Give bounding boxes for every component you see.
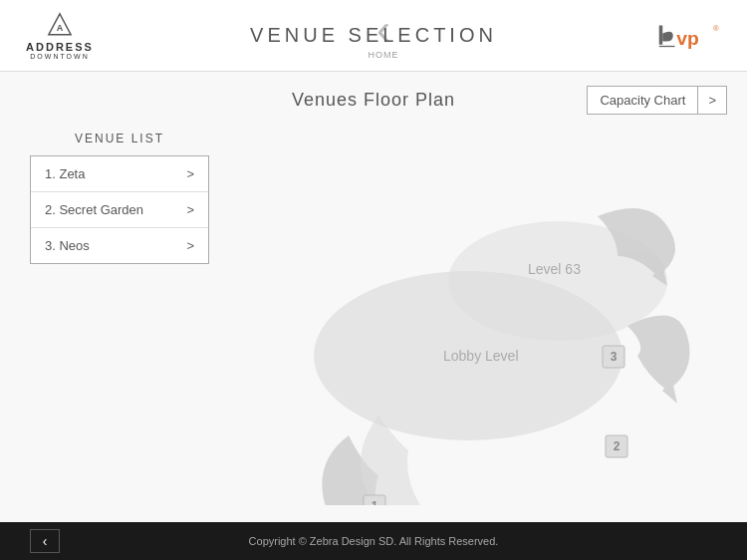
capacity-chart-arrow-icon: > — [698, 87, 726, 114]
footer-back-icon: ‹ — [43, 533, 48, 549]
svg-text:vp: vp — [676, 27, 698, 48]
page-title: VENUE SELECTION — [250, 24, 497, 47]
venue-item-label: 1. Zeta — [45, 166, 85, 181]
venue-item-arrow-icon: > — [186, 202, 194, 217]
capacity-chart-label: Capacity Chart — [588, 87, 698, 114]
logo-address: ADDRESS — [26, 41, 94, 53]
svg-text:A: A — [57, 23, 64, 33]
venue-item-label: 3. Neos — [45, 238, 90, 253]
back-label: HOME — [369, 50, 399, 60]
floor-plan-diagram: Lobby Level Level 63 — [249, 127, 717, 505]
svg-text:Level 63: Level 63 — [528, 261, 581, 277]
header: A ADDRESS DOWNTOWN ‹ HOME VENUE SELECTIO… — [0, 0, 747, 72]
venue-list-title: VENUE LIST — [30, 132, 209, 145]
capacity-chart-button[interactable]: Capacity Chart > — [587, 86, 727, 115]
svg-text:1: 1 — [372, 499, 378, 505]
svg-text:2: 2 — [614, 439, 621, 453]
svg-text:Lobby Level: Lobby Level — [443, 348, 519, 364]
logo-icon: A — [46, 11, 74, 39]
floor-plan-title: Venues Floor Plan — [292, 90, 455, 111]
main-content: Venues Floor Plan Capacity Chart > VENUE… — [0, 72, 747, 522]
venue-list-item[interactable]: 3. Neos> — [31, 228, 208, 263]
svg-rect-2 — [659, 25, 663, 44]
footer-back-button[interactable]: ‹ — [30, 529, 60, 553]
venue-list-item[interactable]: 1. Zeta> — [31, 156, 208, 192]
footer-copyright: Copyright © Zebra Design SD. All Rights … — [249, 535, 499, 547]
venue-item-arrow-icon: > — [186, 166, 194, 181]
footer: ‹ Copyright © Zebra Design SD. All Right… — [0, 522, 747, 560]
bvp-logo: vp ® — [657, 20, 727, 52]
logo-downtown: DOWNTOWN — [30, 53, 89, 60]
venue-item-arrow-icon: > — [186, 238, 194, 253]
venue-item-label: 2. Secret Garden — [45, 202, 143, 217]
logo-area: A ADDRESS DOWNTOWN — [20, 11, 100, 60]
venue-list-item[interactable]: 2. Secret Garden> — [31, 192, 208, 228]
venue-list-box: 1. Zeta>2. Secret Garden>3. Neos> — [30, 155, 209, 264]
venue-list-section: VENUE LIST 1. Zeta>2. Secret Garden>3. N… — [30, 132, 209, 264]
svg-text:®: ® — [713, 23, 719, 32]
svg-text:3: 3 — [611, 350, 618, 364]
